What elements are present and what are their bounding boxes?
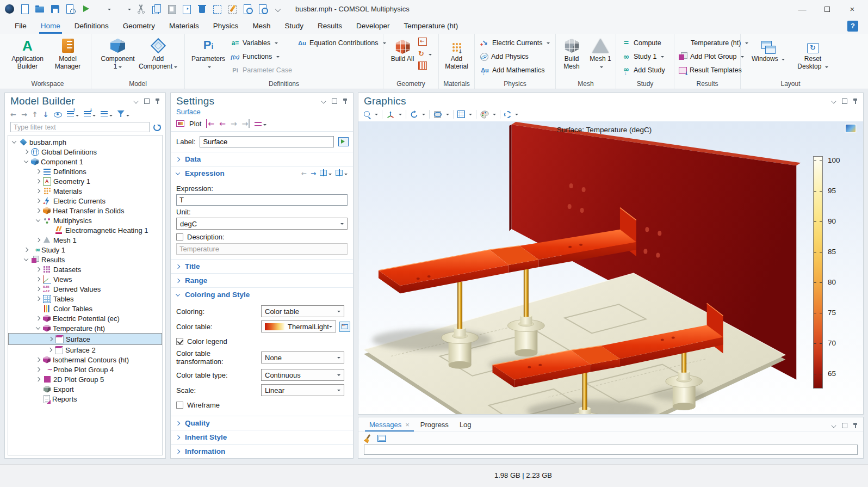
- menu-tab-materials[interactable]: Materials: [162, 18, 206, 34]
- expander-icon[interactable]: [36, 367, 40, 372]
- insert-expression-icon[interactable]: [320, 170, 327, 176]
- unit-select[interactable]: degC: [176, 218, 348, 230]
- menu-tab-definitions[interactable]: Definitions: [67, 18, 116, 34]
- replace-expression-icon[interactable]: [336, 170, 343, 176]
- go-to-view-button[interactable]: [386, 110, 402, 119]
- expander-icon[interactable]: [36, 238, 40, 242]
- plot-next-icon[interactable]: →: [231, 119, 237, 128]
- collapse-panel-icon[interactable]: [830, 422, 837, 429]
- select-paint-icon[interactable]: [227, 4, 238, 14]
- menu-tab-physics[interactable]: Physics: [206, 18, 246, 34]
- select-box-icon[interactable]: [212, 4, 222, 14]
- section-coloring-and-style[interactable]: Coloring and Style: [171, 287, 353, 301]
- reset-desktop-button[interactable]: Reset Desktop: [796, 36, 830, 70]
- add-material-button[interactable]: Add Material: [440, 36, 474, 70]
- expander-icon[interactable]: [24, 150, 28, 154]
- tree-item-materials[interactable]: Materials: [8, 186, 162, 196]
- insert-icon[interactable]: [182, 4, 192, 14]
- expander-icon[interactable]: [36, 189, 40, 193]
- save-preview-icon[interactable]: [65, 4, 76, 14]
- float-panel-icon[interactable]: [841, 98, 848, 104]
- section-range[interactable]: Range: [171, 273, 353, 287]
- refresh-icon[interactable]: [153, 124, 161, 131]
- zoom-doc-icon[interactable]: [258, 4, 268, 14]
- message-log-icon[interactable]: [377, 435, 386, 442]
- transformation-select[interactable]: None: [261, 352, 344, 363]
- collapse-panel-icon[interactable]: [320, 98, 327, 104]
- expander-icon[interactable]: [36, 287, 40, 291]
- busbar-3d-model[interactable]: [358, 121, 863, 414]
- messages-content[interactable]: [364, 445, 858, 455]
- tree-item-geometry-1[interactable]: Geometry 1: [8, 176, 162, 186]
- temperature-plot-button[interactable]: Temperature (ht): [679, 38, 748, 48]
- new-file-icon[interactable]: [20, 4, 30, 14]
- plot-thumbnail-icon[interactable]: [846, 125, 855, 132]
- section-data[interactable]: Data: [171, 152, 353, 166]
- tree-item-electric-potential-ec[interactable]: Electric Potential (ec): [8, 313, 162, 323]
- description-input[interactable]: [176, 243, 348, 255]
- color-palette-button[interactable]: [480, 110, 496, 119]
- expander-icon[interactable]: [36, 297, 40, 301]
- tree-item-views[interactable]: Views: [8, 274, 162, 284]
- windows-button[interactable]: Windows: [751, 36, 786, 63]
- zoom-button[interactable]: [364, 111, 378, 118]
- tree-item-results[interactable]: Results: [8, 255, 162, 264]
- section-quality[interactable]: Quality: [171, 416, 353, 430]
- rename-button[interactable]: [338, 137, 349, 146]
- redo-icon[interactable]: [116, 4, 126, 14]
- prev-expression-icon[interactable]: ←: [301, 169, 307, 178]
- application-builder-button[interactable]: Application Builder: [8, 36, 47, 70]
- save-icon[interactable]: [50, 4, 60, 14]
- build-mesh-button[interactable]: Build Mesh: [557, 36, 586, 70]
- section-inherit-style[interactable]: Inherit Style: [171, 430, 353, 444]
- tree-item-global-definitions[interactable]: Global Definitions: [8, 147, 162, 157]
- menu-tab-home[interactable]: Home: [34, 18, 67, 34]
- section-title[interactable]: Title: [171, 259, 353, 273]
- expander-icon[interactable]: [36, 357, 40, 362]
- coloring-select[interactable]: Color table: [261, 305, 344, 317]
- forward-icon[interactable]: →: [21, 111, 27, 119]
- menu-tab-study[interactable]: Study: [277, 18, 311, 34]
- tree-item-datasets[interactable]: Datasets: [8, 264, 162, 274]
- pin-panel-icon[interactable]: [852, 422, 859, 429]
- expander-icon[interactable]: [36, 267, 40, 272]
- expander-icon[interactable]: [36, 208, 40, 213]
- more-icon[interactable]: [273, 4, 283, 14]
- study-1-button[interactable]: Study 1: [622, 51, 665, 62]
- component-1-button[interactable]: Component 1: [98, 36, 138, 70]
- expression-input[interactable]: [176, 194, 348, 206]
- section-expression[interactable]: Expression ← →: [171, 166, 353, 180]
- color-table-select[interactable]: ThermalLight: [261, 320, 336, 332]
- float-panel-icon[interactable]: [144, 98, 150, 104]
- mesh-1-button[interactable]: Mesh 1: [587, 36, 614, 70]
- tree-item-heat-transfer-in-solids[interactable]: Heat Transfer in Solids: [8, 206, 162, 215]
- menu-tab-file[interactable]: File: [8, 18, 34, 34]
- expander-icon[interactable]: [24, 158, 28, 163]
- tree-item-color-tables[interactable]: Color Tables: [8, 304, 162, 313]
- description-checkbox[interactable]: [176, 233, 183, 241]
- plot-last-icon[interactable]: →: [242, 119, 250, 128]
- tree-item-isothermal-contours-ht[interactable]: Isothermal Contours (ht): [8, 355, 162, 365]
- tab-progress[interactable]: Progress: [415, 419, 454, 431]
- pin-panel-icon[interactable]: [154, 98, 161, 104]
- show-icon[interactable]: [54, 112, 62, 118]
- expander-icon[interactable]: [12, 139, 16, 143]
- paste-icon[interactable]: [166, 4, 177, 14]
- undo-icon[interactable]: [96, 4, 106, 14]
- model-tree-node-text-icon[interactable]: [101, 110, 108, 117]
- plot-first-icon[interactable]: ←: [206, 119, 214, 128]
- clear-messages-icon[interactable]: [364, 434, 372, 442]
- plot-previous-icon[interactable]: ←: [219, 119, 226, 128]
- maximize-button[interactable]: [815, 1, 840, 17]
- run-icon[interactable]: [80, 4, 91, 14]
- section-information[interactable]: Information: [171, 444, 353, 458]
- expander-icon[interactable]: [48, 348, 52, 352]
- equation-contributions-button[interactable]: Equation Contributions: [297, 38, 386, 48]
- close-button[interactable]: ×: [840, 1, 865, 17]
- tree-item-study-1[interactable]: Study 1: [8, 245, 162, 255]
- expander-icon[interactable]: [36, 217, 40, 221]
- tree-item-mesh-1[interactable]: Mesh 1: [8, 235, 162, 245]
- expander-icon[interactable]: [36, 325, 40, 329]
- tab-messages[interactable]: Messages×: [364, 419, 415, 431]
- graphics-canvas[interactable]: Surface: Temperature (degC) 100959085807…: [358, 121, 863, 414]
